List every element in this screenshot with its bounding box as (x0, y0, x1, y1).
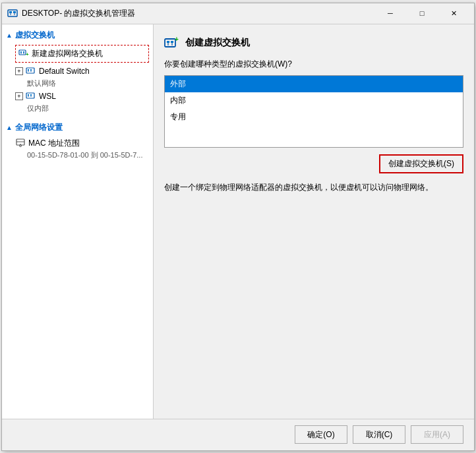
list-item-internal[interactable]: 内部 (165, 92, 463, 109)
minimize-button[interactable]: ─ (375, 4, 405, 22)
description-text: 创建一个绑定到物理网络适配器的虚拟交换机，以便虚机可以访问物理网络。 (164, 181, 463, 194)
new-switch-label: 新建虚拟网络交换机 (32, 48, 103, 59)
wsl-label: WSL (39, 92, 56, 101)
panel-title-icon: + (164, 35, 180, 51)
list-item-external[interactable]: 外部 (165, 76, 463, 92)
default-switch-icon (26, 65, 36, 78)
main-window: DESKTOP- 的虚拟交换机管理器 ─ □ ✕ ▲ 虚拟交换机 (1, 3, 475, 451)
section-virtual-switch-label: 虚拟交换机 (15, 30, 55, 41)
svg-rect-13 (30, 69, 32, 71)
svg-rect-2 (13, 11, 16, 13)
svg-rect-25 (165, 39, 175, 47)
panel-title-row: + 创建虚拟交换机 (164, 35, 463, 51)
svg-rect-17 (28, 94, 29, 96)
section-network-devices[interactable]: ▲ 全局网络设置 (2, 119, 153, 136)
panel-title-text: 创建虚拟交换机 (185, 37, 250, 49)
section-network-devices-label: 全局网络设置 (15, 122, 63, 133)
wsl-icon (26, 90, 36, 103)
wsl-item[interactable]: + WSL (2, 89, 153, 103)
default-switch-sub: 默认网络 (2, 78, 153, 89)
default-switch-item[interactable]: + Default Switch (2, 64, 153, 78)
ok-button[interactable]: 确定(O) (295, 425, 347, 444)
mac-sub: 00-15-5D-78-01-00 到 00-15-5D-7... (2, 150, 153, 161)
left-panel: ▲ 虚拟交换机 + 新建虚拟网络交换机 (2, 24, 154, 419)
svg-rect-27 (171, 41, 173, 43)
section-virtual-switch[interactable]: ▲ 虚拟交换机 (2, 27, 153, 44)
mac-range-item[interactable]: MAC 地址范围 (2, 136, 153, 150)
svg-rect-5 (19, 50, 26, 55)
create-btn-row: 创建虚拟交换机(S) (164, 154, 463, 173)
cancel-button[interactable]: 取消(C) (353, 425, 405, 444)
list-item-dedicated[interactable]: 专用 (165, 109, 463, 125)
bottom-bar: 确定(O) 取消(C) 应用(A) (2, 419, 474, 450)
svg-rect-6 (20, 51, 22, 53)
close-button[interactable]: ✕ (438, 4, 469, 22)
title-bar: DESKTOP- 的虚拟交换机管理器 ─ □ ✕ (2, 3, 474, 24)
mac-label: MAC 地址范围 (28, 138, 80, 149)
svg-rect-18 (30, 94, 32, 96)
expand-default-switch[interactable]: + (15, 67, 23, 75)
create-switch-button[interactable]: 创建虚拟交换机(S) (379, 154, 463, 173)
svg-rect-26 (167, 41, 169, 43)
window-controls: ─ □ ✕ (375, 4, 469, 22)
svg-rect-7 (23, 51, 24, 53)
wsl-sub: 仅内部 (2, 103, 153, 114)
chevron-down-icon-2: ▲ (6, 124, 13, 131)
svg-text:+: + (26, 51, 29, 57)
new-switch-icon: + (18, 47, 29, 60)
default-switch-label: Default Switch (39, 67, 90, 76)
apply-button[interactable]: 应用(A) (411, 425, 463, 444)
new-switch-item[interactable]: + 新建虚拟网络交换机 (15, 45, 149, 63)
panel-question: 你要创建哪种类型的虚拟交换机(W)? (164, 59, 463, 70)
svg-rect-12 (28, 69, 29, 71)
chevron-down-icon: ▲ (6, 32, 13, 39)
maximize-button[interactable]: □ (407, 4, 437, 22)
content-area: ▲ 虚拟交换机 + 新建虚拟网络交换机 (2, 24, 474, 419)
svg-text:+: + (175, 36, 179, 43)
window-title: DESKTOP- 的虚拟交换机管理器 (22, 8, 375, 19)
right-panel: + 创建虚拟交换机 你要创建哪种类型的虚拟交换机(W)? 外部 内部 专用 创建… (154, 24, 474, 419)
svg-rect-1 (9, 11, 12, 13)
app-icon (7, 8, 18, 18)
switch-type-listbox[interactable]: 外部 内部 专用 (164, 75, 463, 148)
mac-icon (15, 137, 26, 150)
expand-wsl[interactable]: + (15, 92, 23, 100)
